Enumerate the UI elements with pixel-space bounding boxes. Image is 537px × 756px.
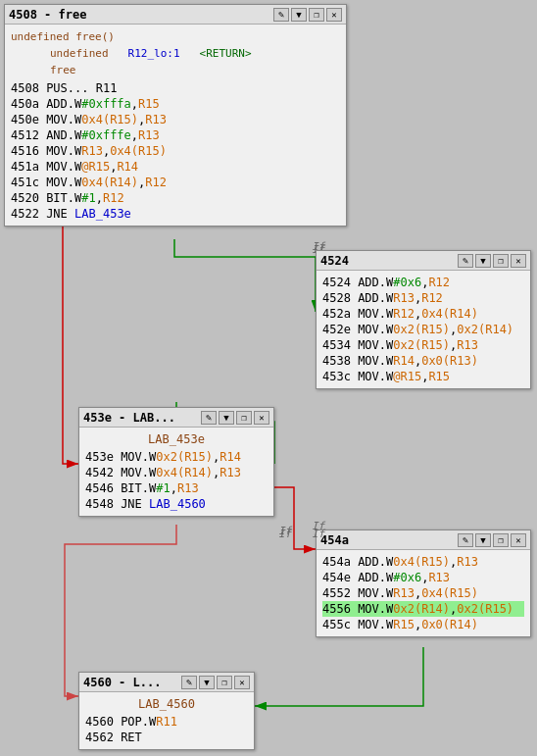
line-454a: 454a ADD.W0x4(R15),R13	[322, 554, 524, 570]
dropdown-btn-4560[interactable]: ▼	[199, 676, 215, 689]
restore-btn-454a[interactable]: ❐	[493, 533, 509, 547]
content-main: undefined free() undefined R12_lo:1 <RET…	[5, 25, 346, 226]
close-btn-453e[interactable]: ✕	[254, 411, 269, 425]
dropdown-btn-453e[interactable]: ▼	[219, 411, 234, 425]
content-454a: 454a ADD.W0x4(R15),R13 454e ADD.W#0x6,R1…	[317, 550, 530, 636]
titlebar-4560: 4560 - L... ✎ ▼ ❐ ✕	[79, 673, 254, 692]
line-4562: 4562 RET	[85, 730, 248, 745]
hdr-param-return: <RETURN>	[200, 47, 252, 60]
restore-btn-453e[interactable]: ❐	[236, 411, 252, 425]
controls-4560: ✎ ▼ ❐ ✕	[181, 676, 250, 689]
pencil-btn-4560[interactable]: ✎	[181, 676, 197, 689]
dropdown-btn-main[interactable]: ▼	[291, 8, 307, 22]
header-main: undefined free()	[11, 28, 340, 47]
hdr-param-undefined: undefined	[11, 47, 109, 60]
line-4560: 4560 POP.WR11	[85, 714, 248, 730]
controls-4524: ✎ ▼ ❐ ✕	[458, 254, 526, 268]
pencil-btn-4524[interactable]: ✎	[458, 254, 473, 268]
window-454a: 454a ✎ ▼ ❐ ✕ 454a ADD.W0x4(R15),R13 454e…	[316, 529, 531, 637]
title-4524: 4524	[320, 254, 458, 268]
close-btn-4560[interactable]: ✕	[234, 676, 250, 689]
content-4560: LAB_4560 4560 POP.WR11 4562 RET	[79, 692, 254, 749]
line-4542: 4542 MOV.W0x4(R14),R13	[85, 465, 268, 480]
close-btn-4524[interactable]: ✕	[511, 254, 526, 268]
titlebar-453e: 453e - LAB... ✎ ▼ ❐ ✕	[79, 408, 273, 428]
line-4520: 4520 BIT.W#1,R12	[11, 190, 340, 206]
controls-main: ✎ ▼ ❐ ✕	[273, 8, 342, 22]
title-main: 4508 - free	[9, 8, 273, 22]
line-4546: 4546 BIT.W#1,R13	[85, 480, 268, 496]
titlebar-4524: 4524 ✎ ▼ ❐ ✕	[317, 251, 530, 271]
title-454a: 454a	[320, 533, 458, 547]
line-4512: 4512 AND.W#0xfffe,R13	[11, 127, 340, 143]
label-4560: LAB_4560	[85, 696, 248, 714]
pencil-btn-454a[interactable]: ✎	[458, 533, 473, 547]
line-454e: 454e ADD.W#0x6,R13	[322, 570, 524, 585]
controls-454a: ✎ ▼ ❐ ✕	[458, 533, 526, 547]
content-453e: LAB_453e 453e MOV.W0x2(R15),R14 4542 MOV…	[79, 428, 273, 516]
line-4522: 4522 JNE LAB_453e	[11, 206, 340, 222]
restore-btn-main[interactable]: ❐	[309, 8, 324, 22]
restore-btn-4524[interactable]: ❐	[493, 254, 509, 268]
line-4524: 4524 ADD.W#0x6,R12	[322, 275, 524, 290]
header-params: undefined R12_lo:1 <RETURN>	[11, 47, 340, 64]
line-450e: 450e MOV.W0x4(R15),R13	[11, 112, 340, 127]
window-main: 4508 - free ✎ ▼ ❐ ✕ undefined free() und…	[4, 4, 347, 227]
line-455c: 455c MOV.WR15,0x0(R14)	[322, 617, 524, 632]
pencil-btn-main[interactable]: ✎	[273, 8, 289, 22]
line-4508: 4508 PUS... R11	[11, 80, 340, 96]
line-453c: 453c MOV.W@R15,R15	[322, 369, 524, 384]
hdr-param-r12: R12_lo:1	[128, 47, 180, 60]
line-451a: 451a MOV.W@R15,R14	[11, 159, 340, 175]
line-4556: 4556 MOV.W0x2(R14),0x2(R15)	[322, 601, 524, 617]
line-4534: 4534 MOV.W0x2(R15),R13	[322, 337, 524, 353]
dropdown-btn-4524[interactable]: ▼	[475, 254, 491, 268]
close-btn-454a[interactable]: ✕	[511, 533, 526, 547]
line-451c: 451c MOV.W0x4(R14),R12	[11, 175, 340, 190]
line-4538: 4538 MOV.WR14,0x0(R13)	[322, 353, 524, 369]
titlebar-454a: 454a ✎ ▼ ❐ ✕	[317, 530, 530, 550]
window-453e: 453e - LAB... ✎ ▼ ❐ ✕ LAB_453e 453e MOV.…	[78, 407, 274, 517]
window-4560: 4560 - L... ✎ ▼ ❐ ✕ LAB_4560 4560 POP.WR…	[78, 672, 255, 750]
line-450a: 450a ADD.W#0xfffa,R15	[11, 96, 340, 112]
dropdown-btn-454a[interactable]: ▼	[475, 533, 491, 547]
header-free: free	[11, 64, 340, 80]
hdr-free-label: free	[11, 64, 76, 76]
hdr-undefined: undefined free()	[11, 30, 115, 43]
title-4560: 4560 - L...	[83, 676, 181, 689]
content-4524: 4524 ADD.W#0x6,R12 4528 ADD.WR13,R12 452…	[317, 271, 530, 388]
label-453e: LAB_453e	[85, 431, 268, 449]
pencil-btn-453e[interactable]: ✎	[201, 411, 217, 425]
line-4528: 4528 ADD.WR13,R12	[322, 290, 524, 306]
if-label-mid: If	[278, 528, 291, 540]
restore-btn-4560[interactable]: ❐	[217, 676, 232, 689]
title-453e: 453e - LAB...	[83, 411, 201, 425]
titlebar-main: 4508 - free ✎ ▼ ❐ ✕	[5, 5, 346, 25]
line-452a: 452a MOV.WR12,0x4(R14)	[322, 306, 524, 322]
line-452e: 452e MOV.W0x2(R15),0x2(R14)	[322, 322, 524, 337]
if-label-right: If	[312, 528, 324, 540]
line-4548: 4548 JNE LAB_4560	[85, 496, 268, 512]
line-4516: 4516 MOV.WR13,0x4(R15)	[11, 143, 340, 159]
line-453e: 453e MOV.W0x2(R15),R14	[85, 449, 268, 465]
close-btn-main[interactable]: ✕	[326, 8, 342, 22]
line-4552: 4552 MOV.WR13,0x4(R15)	[322, 585, 524, 601]
window-4524: 4524 ✎ ▼ ❐ ✕ 4524 ADD.W#0x6,R12 4528 ADD…	[316, 250, 531, 389]
if-label-top: If	[312, 240, 324, 253]
controls-453e: ✎ ▼ ❐ ✕	[201, 411, 269, 425]
